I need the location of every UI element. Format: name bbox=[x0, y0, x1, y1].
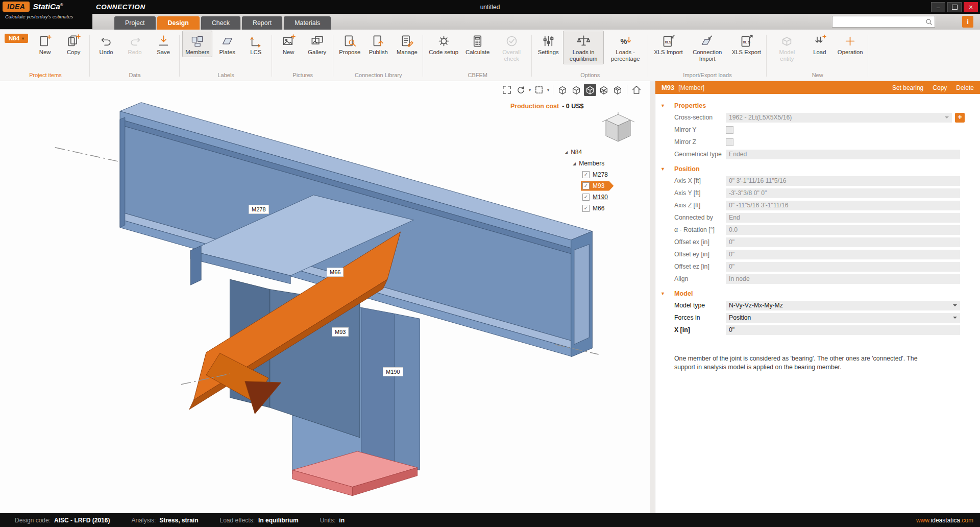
add-cross-section-button[interactable]: + bbox=[955, 113, 965, 123]
status-bar: Design code:AISC - LRFD (2016) Analysis:… bbox=[0, 513, 980, 527]
view-wireframe-button[interactable] bbox=[556, 84, 569, 96]
status-analysis: Analysis:Stress, strain bbox=[131, 517, 198, 524]
svg-text:XL S: XL S bbox=[743, 40, 750, 44]
idea-statica-connection-window: CONNECTION untitled – ✕ IDEA StatiCa® Ca… bbox=[0, 0, 980, 527]
ribbon-group-new: Model entity Load Operation New bbox=[767, 31, 869, 81]
tree-node-n84[interactable]: ◢ N84 bbox=[561, 147, 648, 158]
tree-branch-members[interactable]: ◢ Members bbox=[561, 158, 648, 169]
ribbon-undo-button[interactable]: Undo bbox=[92, 31, 120, 57]
home-view-button[interactable] bbox=[630, 84, 643, 96]
ribbon-lcs-toggle[interactable]: LCS bbox=[242, 31, 270, 57]
view-shaded-button[interactable] bbox=[570, 84, 582, 96]
member-label-m190: M190 bbox=[383, 367, 403, 376]
ribbon-code-setup-button[interactable]: Code setup bbox=[426, 31, 461, 57]
rotation-field: 0.0 bbox=[726, 225, 960, 235]
section-collapse-icon[interactable]: ▼ bbox=[660, 103, 669, 108]
mirror-y-checkbox bbox=[726, 126, 733, 134]
gallery-icon bbox=[310, 34, 324, 48]
ribbon-manage-button[interactable]: Manage bbox=[393, 31, 421, 57]
tree-expander-icon[interactable]: ◢ bbox=[565, 150, 568, 155]
rotate-view-button[interactable] bbox=[514, 84, 527, 96]
section-position[interactable]: ▼ Position bbox=[655, 163, 972, 175]
section-collapse-icon[interactable]: ▼ bbox=[660, 166, 669, 172]
ribbon-members-toggle[interactable]: Members bbox=[182, 31, 212, 57]
section-model[interactable]: ▼ Model bbox=[655, 288, 972, 299]
member-tree: ◢ N84 ◢ Members ✓M278 ✓M93 ✓M190 ✓M66 bbox=[561, 147, 648, 214]
ribbon-xls-export-button[interactable]: XL S XLS Export bbox=[729, 31, 764, 57]
ribbon-load-button[interactable]: Load bbox=[806, 31, 834, 57]
members-labels-icon bbox=[190, 34, 204, 48]
model-viewport[interactable]: M278 M66 M93 M190 Production cost- 0 US$… bbox=[0, 81, 650, 513]
tab-design[interactable]: Design bbox=[157, 16, 200, 30]
view-solid-button[interactable] bbox=[584, 84, 596, 96]
forces-in-select[interactable]: Position bbox=[726, 313, 960, 323]
ribbon-node-selector[interactable]: N84▾ bbox=[4, 31, 30, 44]
undo-icon bbox=[100, 34, 113, 48]
tree-item-m66[interactable]: ✓M66 bbox=[561, 203, 648, 214]
cross-section-select[interactable]: 1962 - 2Lt(L5X5X5/16) bbox=[726, 113, 952, 123]
maximize-button[interactable] bbox=[947, 2, 962, 12]
copy-member-action[interactable]: Copy bbox=[933, 84, 947, 91]
ribbon-copy-item-button[interactable]: Copy bbox=[60, 31, 87, 57]
ribbon-picture-new-button[interactable]: New bbox=[275, 31, 302, 57]
tree-item-m93[interactable]: ✓M93 bbox=[561, 180, 648, 191]
svg-text:XLS: XLS bbox=[665, 40, 672, 44]
ribbon-loads-equilibrium-toggle[interactable]: Loads in equilibrium bbox=[563, 31, 604, 64]
ribbon-connection-import-button[interactable]: Connection Import bbox=[687, 31, 728, 64]
fit-view-button[interactable] bbox=[501, 84, 513, 96]
x-in-field[interactable]: 0" bbox=[726, 325, 960, 335]
tab-report[interactable]: Report bbox=[242, 16, 282, 30]
redo-icon bbox=[128, 34, 142, 48]
tree-item-m190[interactable]: ✓M190 bbox=[561, 191, 648, 203]
tree-item-checkbox[interactable]: ✓ bbox=[582, 205, 590, 212]
section-collapse-icon[interactable]: ▼ bbox=[660, 291, 669, 296]
tree-item-checkbox[interactable]: ✓ bbox=[582, 194, 590, 201]
view-edges-button[interactable] bbox=[611, 84, 624, 96]
tree-item-m278[interactable]: ✓M278 bbox=[561, 169, 648, 180]
lcs-axes-icon bbox=[249, 34, 263, 48]
tree-expander-icon[interactable]: ◢ bbox=[573, 161, 576, 166]
set-bearing-action[interactable]: Set bearing bbox=[892, 84, 923, 91]
window-controls: – ✕ bbox=[931, 2, 978, 12]
view-transparent-button[interactable] bbox=[598, 84, 610, 96]
ribbon-propose-button[interactable]: Propose bbox=[336, 31, 363, 57]
close-button[interactable]: ✕ bbox=[964, 2, 978, 12]
delete-member-action[interactable]: Delete bbox=[956, 84, 974, 91]
node-dropdown-icon: ▾ bbox=[22, 36, 24, 41]
tab-materials[interactable]: Materials bbox=[284, 16, 331, 30]
panel-header: M93 [Member] Set bearing Copy Delete bbox=[655, 81, 980, 94]
status-load-effects: Load effects:In equilibrium bbox=[219, 517, 298, 524]
ribbon-plates-toggle[interactable]: Plates bbox=[213, 31, 241, 57]
offset-ez-field: 0" bbox=[726, 262, 960, 272]
ribbon-operation-button[interactable]: Operation bbox=[835, 31, 866, 57]
minimize-button[interactable]: – bbox=[931, 2, 945, 12]
toolbar-separator bbox=[627, 85, 627, 94]
ribbon: N84▾ New Copy Project items Undo bbox=[0, 30, 980, 81]
ribbon-publish-button[interactable]: Publish bbox=[364, 31, 392, 57]
code-setup-gear-icon bbox=[437, 34, 451, 48]
model-type-select[interactable]: N-Vy-Vz-Mx-My-Mz bbox=[726, 301, 960, 310]
ribbon-gallery-button[interactable]: Gallery bbox=[303, 31, 331, 57]
tab-check[interactable]: Check bbox=[201, 16, 240, 30]
ribbon-loads-percentage-button[interactable]: % Loads - percentage bbox=[605, 31, 646, 64]
ribbon-new-item-button[interactable]: New bbox=[31, 31, 59, 57]
tree-item-checkbox[interactable]: ✓ bbox=[582, 182, 590, 189]
selection-mode-caret[interactable]: ▾ bbox=[547, 88, 549, 92]
connection-3d-model[interactable] bbox=[0, 81, 650, 513]
tree-item-checkbox[interactable]: ✓ bbox=[582, 171, 590, 178]
tab-project[interactable]: Project bbox=[114, 16, 156, 30]
rotate-view-caret[interactable]: ▾ bbox=[529, 88, 531, 92]
panel-splitter[interactable] bbox=[650, 81, 655, 513]
ribbon-xls-import-button[interactable]: XLS XLS Import bbox=[651, 31, 686, 57]
ribbon-redo-button: Redo bbox=[121, 31, 149, 57]
ribbon-settings-button[interactable]: Settings bbox=[534, 31, 562, 57]
ribbon-save-button[interactable]: Save bbox=[150, 31, 177, 57]
ribbon-calculate-button[interactable]: Calculate bbox=[462, 31, 493, 57]
new-picture-icon bbox=[282, 34, 296, 48]
navigation-cube[interactable] bbox=[600, 110, 636, 145]
section-properties[interactable]: ▼ Properties bbox=[655, 100, 972, 111]
search-input[interactable] bbox=[832, 18, 925, 26]
account-button[interactable]: i bbox=[962, 16, 973, 28]
selection-mode-button[interactable] bbox=[533, 84, 545, 96]
website-link[interactable]: www.ideastatica.com bbox=[916, 517, 980, 524]
